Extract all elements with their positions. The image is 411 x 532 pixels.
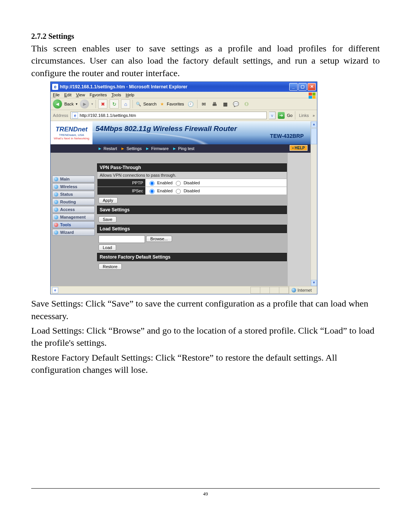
brand-subtitle: TRENDware, USA bbox=[59, 133, 84, 137]
row-label: IPSec bbox=[97, 187, 145, 195]
maximize-button[interactable]: ▢ bbox=[298, 83, 307, 91]
search-icon[interactable]: 🔍 bbox=[135, 101, 142, 107]
router-banner: TRENDnet TRENDware, USA What's Next in N… bbox=[51, 121, 311, 144]
enabled-label: Enabled bbox=[157, 181, 172, 185]
vpn-row-pptp: PPTP Enabled Disabled bbox=[97, 179, 287, 187]
triangle-icon: ▶ bbox=[146, 147, 149, 150]
ie-icon: e bbox=[52, 84, 58, 90]
search-label[interactable]: Search bbox=[143, 102, 156, 106]
vpn-row-ipsec: IPSec Enabled Disabled bbox=[97, 187, 287, 195]
minimize-button[interactable]: _ bbox=[289, 83, 298, 91]
home-button[interactable]: ⌂ bbox=[121, 99, 130, 109]
refresh-button[interactable]: ↻ bbox=[110, 99, 119, 109]
bullet-icon bbox=[54, 177, 58, 181]
sidebar: Main Wireless Status Routing Access Mana… bbox=[51, 153, 96, 286]
subnav-settings[interactable]: Settings bbox=[126, 146, 142, 151]
sidebar-item-routing[interactable]: Routing bbox=[52, 198, 95, 205]
toolbar-separator bbox=[132, 100, 133, 108]
subnav-ping[interactable]: Ping test bbox=[178, 146, 194, 151]
sidebar-item-wireless[interactable]: Wireless bbox=[52, 183, 95, 190]
edit-button[interactable]: ▦ bbox=[221, 100, 229, 108]
bullet-icon bbox=[54, 208, 58, 212]
bullet-icon bbox=[54, 200, 58, 204]
forward-dropdown-icon[interactable]: ▾ bbox=[91, 102, 93, 106]
status-cell bbox=[260, 287, 269, 294]
history-button[interactable]: 🕘 bbox=[186, 100, 195, 108]
banner-title: 54Mbps 802.11g Wireless Firewall Router bbox=[96, 125, 307, 133]
restore-section-title: Restore Factory Default Settings bbox=[97, 253, 287, 261]
content-margin bbox=[288, 153, 311, 286]
menu-file[interactable]: File bbox=[53, 93, 60, 97]
page-favicon: e bbox=[72, 112, 78, 118]
brand-logo: TRENDnet TRENDware, USA What's Next in N… bbox=[51, 121, 92, 144]
menubar: File Edit View Favorites Tools Help bbox=[51, 92, 317, 98]
menu-view[interactable]: View bbox=[76, 93, 85, 97]
discuss-button[interactable]: 💬 bbox=[232, 100, 240, 108]
print-button[interactable]: 🖶 bbox=[210, 100, 219, 108]
sidebar-item-management[interactable]: Management bbox=[52, 214, 95, 220]
go-button[interactable]: ➔ bbox=[278, 112, 285, 119]
back-label: Back bbox=[64, 102, 73, 106]
restore-paragraph: Restore Factory Default Settings: Click … bbox=[31, 351, 380, 376]
sidebar-item-status[interactable]: Status bbox=[52, 191, 95, 198]
menu-favorites[interactable]: Favorites bbox=[89, 93, 107, 97]
zone-label: Internet bbox=[298, 288, 312, 292]
toolbar-separator bbox=[197, 100, 198, 108]
menu-tools[interactable]: Tools bbox=[112, 93, 121, 97]
footer-rule bbox=[31, 488, 380, 489]
stop-button[interactable]: ✖ bbox=[98, 99, 107, 109]
scroll-thumb[interactable] bbox=[311, 128, 317, 144]
addressbar: Address e http://192.168.1.1/settings.ht… bbox=[51, 110, 317, 121]
enabled-label: Enabled bbox=[157, 189, 172, 193]
pptp-enabled-radio[interactable] bbox=[150, 181, 155, 186]
menu-edit[interactable]: Edit bbox=[64, 93, 72, 97]
close-button[interactable]: ✕ bbox=[307, 83, 316, 91]
toolbar-separator bbox=[295, 111, 295, 120]
back-button[interactable]: ◄ bbox=[53, 99, 62, 109]
address-input[interactable]: e http://192.168.1.1/settings.htm bbox=[70, 112, 267, 119]
subnav-restart[interactable]: Restart bbox=[104, 146, 117, 151]
pptp-disabled-radio[interactable] bbox=[176, 181, 181, 186]
sidebar-item-wizard[interactable]: Wizard bbox=[52, 229, 95, 236]
titlebar: e http://192.168.1.1/settings.htm - Micr… bbox=[51, 82, 317, 92]
subnav-firmware[interactable]: Firmware bbox=[151, 146, 169, 151]
links-label[interactable]: Links bbox=[298, 113, 311, 118]
browser-window: e http://192.168.1.1/settings.htm - Micr… bbox=[50, 81, 317, 294]
messenger-button[interactable]: ⚇ bbox=[242, 100, 251, 108]
save-button[interactable]: Save bbox=[99, 216, 116, 222]
browse-button[interactable]: Browse... bbox=[146, 236, 172, 242]
ipsec-enabled-radio[interactable] bbox=[150, 189, 155, 194]
globe-icon bbox=[292, 288, 296, 292]
sidebar-item-main[interactable]: Main bbox=[52, 176, 95, 182]
menu-help[interactable]: Help bbox=[126, 93, 134, 97]
disabled-label: Disabled bbox=[183, 181, 200, 185]
vertical-scrollbar[interactable]: ▲ ▼ bbox=[311, 121, 317, 286]
help-button[interactable]: ▪ HELP bbox=[290, 145, 307, 151]
page-number: 49 bbox=[31, 491, 380, 512]
restore-button[interactable]: Restore bbox=[99, 264, 122, 270]
sidebar-item-tools[interactable]: Tools bbox=[52, 221, 95, 228]
brand-tagline: What's Next in Networking bbox=[54, 137, 89, 140]
bullet-icon bbox=[54, 223, 58, 227]
mail-button[interactable]: ✉ bbox=[200, 100, 208, 108]
triangle-icon: ▶ bbox=[121, 147, 124, 150]
favorites-icon[interactable]: ★ bbox=[159, 101, 166, 107]
links-chevron-icon[interactable]: » bbox=[312, 113, 315, 118]
bullet-icon bbox=[54, 215, 58, 219]
banner-model: TEW-432BRP bbox=[96, 133, 307, 139]
section-heading: 2.7.2 Settings bbox=[31, 32, 380, 41]
forward-button[interactable]: ► bbox=[80, 99, 89, 109]
back-dropdown-icon[interactable]: ▾ bbox=[76, 102, 78, 106]
save-section-title: Save Settings bbox=[97, 206, 287, 214]
ipsec-disabled-radio[interactable] bbox=[176, 189, 181, 194]
address-dropdown-icon[interactable]: v bbox=[269, 112, 276, 119]
load-file-input[interactable] bbox=[99, 235, 145, 243]
go-label: Go bbox=[287, 113, 293, 118]
apply-button[interactable]: Apply bbox=[99, 197, 118, 203]
sidebar-item-access[interactable]: Access bbox=[52, 206, 95, 213]
favorites-label[interactable]: Favorites bbox=[167, 102, 184, 106]
load-button[interactable]: Load bbox=[99, 244, 116, 251]
scroll-down-icon[interactable]: ▼ bbox=[311, 280, 317, 286]
bullet-icon bbox=[54, 230, 58, 235]
scroll-up-icon[interactable]: ▲ bbox=[311, 121, 317, 128]
